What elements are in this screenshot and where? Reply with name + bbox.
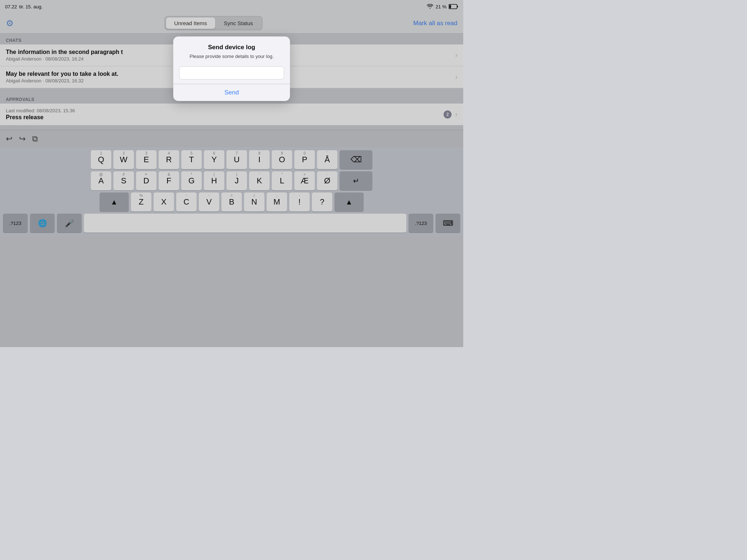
modal-header: Send device log Please provide some deta… xyxy=(173,36,290,63)
modal-overlay: Send device log Please provide some deta… xyxy=(0,0,463,347)
modal-log-input[interactable] xyxy=(179,66,284,79)
modal-title: Send device log xyxy=(181,44,283,51)
modal-subtitle: Please provide some details to your log. xyxy=(181,53,283,60)
modal-box: Send device log Please provide some deta… xyxy=(173,36,290,101)
modal-input-area xyxy=(173,63,290,84)
modal-send-button[interactable]: Send xyxy=(173,84,290,101)
